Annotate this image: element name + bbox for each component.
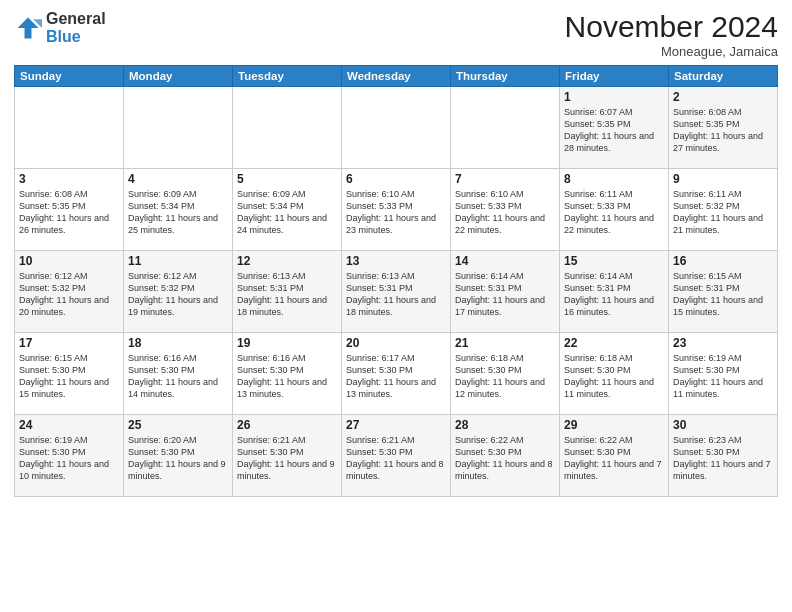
day-cell: 15Sunrise: 6:14 AMSunset: 5:31 PMDayligh… — [560, 251, 669, 333]
day-info: Sunrise: 6:19 AMSunset: 5:30 PMDaylight:… — [19, 435, 109, 481]
col-thursday: Thursday — [451, 66, 560, 87]
col-sunday: Sunday — [15, 66, 124, 87]
day-info: Sunrise: 6:09 AMSunset: 5:34 PMDaylight:… — [128, 189, 218, 235]
day-number: 16 — [673, 254, 773, 268]
day-info: Sunrise: 6:17 AMSunset: 5:30 PMDaylight:… — [346, 353, 436, 399]
day-number: 17 — [19, 336, 119, 350]
day-info: Sunrise: 6:08 AMSunset: 5:35 PMDaylight:… — [19, 189, 109, 235]
day-cell: 18Sunrise: 6:16 AMSunset: 5:30 PMDayligh… — [124, 333, 233, 415]
day-info: Sunrise: 6:21 AMSunset: 5:30 PMDaylight:… — [346, 435, 444, 481]
day-number: 19 — [237, 336, 337, 350]
logo: General Blue — [14, 10, 106, 45]
day-number: 18 — [128, 336, 228, 350]
day-number: 30 — [673, 418, 773, 432]
day-info: Sunrise: 6:22 AMSunset: 5:30 PMDaylight:… — [564, 435, 662, 481]
day-info: Sunrise: 6:16 AMSunset: 5:30 PMDaylight:… — [237, 353, 327, 399]
day-number: 14 — [455, 254, 555, 268]
day-number: 15 — [564, 254, 664, 268]
week-row-0: 1Sunrise: 6:07 AMSunset: 5:35 PMDaylight… — [15, 87, 778, 169]
day-number: 7 — [455, 172, 555, 186]
day-number: 1 — [564, 90, 664, 104]
day-info: Sunrise: 6:08 AMSunset: 5:35 PMDaylight:… — [673, 107, 763, 153]
logo-general-text: General — [46, 10, 106, 27]
day-cell: 10Sunrise: 6:12 AMSunset: 5:32 PMDayligh… — [15, 251, 124, 333]
day-info: Sunrise: 6:12 AMSunset: 5:32 PMDaylight:… — [19, 271, 109, 317]
day-number: 21 — [455, 336, 555, 350]
day-cell: 28Sunrise: 6:22 AMSunset: 5:30 PMDayligh… — [451, 415, 560, 497]
day-number: 10 — [19, 254, 119, 268]
day-number: 20 — [346, 336, 446, 350]
logo-icon — [14, 14, 42, 42]
day-number: 11 — [128, 254, 228, 268]
col-friday: Friday — [560, 66, 669, 87]
day-cell: 24Sunrise: 6:19 AMSunset: 5:30 PMDayligh… — [15, 415, 124, 497]
day-info: Sunrise: 6:22 AMSunset: 5:30 PMDaylight:… — [455, 435, 553, 481]
day-cell: 17Sunrise: 6:15 AMSunset: 5:30 PMDayligh… — [15, 333, 124, 415]
day-cell: 12Sunrise: 6:13 AMSunset: 5:31 PMDayligh… — [233, 251, 342, 333]
title-block: November 2024 Moneague, Jamaica — [565, 10, 778, 59]
day-cell: 3Sunrise: 6:08 AMSunset: 5:35 PMDaylight… — [15, 169, 124, 251]
day-number: 27 — [346, 418, 446, 432]
day-cell: 16Sunrise: 6:15 AMSunset: 5:31 PMDayligh… — [669, 251, 778, 333]
col-wednesday: Wednesday — [342, 66, 451, 87]
day-cell — [124, 87, 233, 169]
week-row-4: 24Sunrise: 6:19 AMSunset: 5:30 PMDayligh… — [15, 415, 778, 497]
day-cell: 2Sunrise: 6:08 AMSunset: 5:35 PMDaylight… — [669, 87, 778, 169]
col-tuesday: Tuesday — [233, 66, 342, 87]
day-number: 22 — [564, 336, 664, 350]
day-cell: 19Sunrise: 6:16 AMSunset: 5:30 PMDayligh… — [233, 333, 342, 415]
day-cell: 23Sunrise: 6:19 AMSunset: 5:30 PMDayligh… — [669, 333, 778, 415]
day-info: Sunrise: 6:11 AMSunset: 5:32 PMDaylight:… — [673, 189, 763, 235]
day-info: Sunrise: 6:09 AMSunset: 5:34 PMDaylight:… — [237, 189, 327, 235]
day-cell: 6Sunrise: 6:10 AMSunset: 5:33 PMDaylight… — [342, 169, 451, 251]
day-cell: 9Sunrise: 6:11 AMSunset: 5:32 PMDaylight… — [669, 169, 778, 251]
day-number: 4 — [128, 172, 228, 186]
location: Moneague, Jamaica — [565, 44, 778, 59]
day-number: 26 — [237, 418, 337, 432]
day-number: 23 — [673, 336, 773, 350]
day-cell: 14Sunrise: 6:14 AMSunset: 5:31 PMDayligh… — [451, 251, 560, 333]
day-number: 25 — [128, 418, 228, 432]
day-info: Sunrise: 6:12 AMSunset: 5:32 PMDaylight:… — [128, 271, 218, 317]
day-number: 3 — [19, 172, 119, 186]
day-cell: 21Sunrise: 6:18 AMSunset: 5:30 PMDayligh… — [451, 333, 560, 415]
day-cell: 26Sunrise: 6:21 AMSunset: 5:30 PMDayligh… — [233, 415, 342, 497]
day-number: 24 — [19, 418, 119, 432]
day-info: Sunrise: 6:11 AMSunset: 5:33 PMDaylight:… — [564, 189, 654, 235]
day-info: Sunrise: 6:15 AMSunset: 5:31 PMDaylight:… — [673, 271, 763, 317]
day-cell: 27Sunrise: 6:21 AMSunset: 5:30 PMDayligh… — [342, 415, 451, 497]
day-info: Sunrise: 6:18 AMSunset: 5:30 PMDaylight:… — [455, 353, 545, 399]
day-cell: 22Sunrise: 6:18 AMSunset: 5:30 PMDayligh… — [560, 333, 669, 415]
day-info: Sunrise: 6:14 AMSunset: 5:31 PMDaylight:… — [455, 271, 545, 317]
day-number: 13 — [346, 254, 446, 268]
day-cell: 8Sunrise: 6:11 AMSunset: 5:33 PMDaylight… — [560, 169, 669, 251]
day-cell: 25Sunrise: 6:20 AMSunset: 5:30 PMDayligh… — [124, 415, 233, 497]
day-cell: 29Sunrise: 6:22 AMSunset: 5:30 PMDayligh… — [560, 415, 669, 497]
day-cell: 13Sunrise: 6:13 AMSunset: 5:31 PMDayligh… — [342, 251, 451, 333]
day-cell — [233, 87, 342, 169]
page: General Blue November 2024 Moneague, Jam… — [0, 0, 792, 612]
day-number: 6 — [346, 172, 446, 186]
header: General Blue November 2024 Moneague, Jam… — [14, 10, 778, 59]
day-number: 2 — [673, 90, 773, 104]
week-row-1: 3Sunrise: 6:08 AMSunset: 5:35 PMDaylight… — [15, 169, 778, 251]
col-monday: Monday — [124, 66, 233, 87]
day-cell — [15, 87, 124, 169]
day-info: Sunrise: 6:15 AMSunset: 5:30 PMDaylight:… — [19, 353, 109, 399]
day-number: 9 — [673, 172, 773, 186]
day-cell: 30Sunrise: 6:23 AMSunset: 5:30 PMDayligh… — [669, 415, 778, 497]
day-cell: 4Sunrise: 6:09 AMSunset: 5:34 PMDaylight… — [124, 169, 233, 251]
month-title: November 2024 — [565, 10, 778, 44]
day-number: 8 — [564, 172, 664, 186]
logo-blue-text: Blue — [46, 28, 81, 45]
day-cell: 11Sunrise: 6:12 AMSunset: 5:32 PMDayligh… — [124, 251, 233, 333]
header-row: Sunday Monday Tuesday Wednesday Thursday… — [15, 66, 778, 87]
day-info: Sunrise: 6:13 AMSunset: 5:31 PMDaylight:… — [237, 271, 327, 317]
day-info: Sunrise: 6:18 AMSunset: 5:30 PMDaylight:… — [564, 353, 654, 399]
col-saturday: Saturday — [669, 66, 778, 87]
day-cell: 20Sunrise: 6:17 AMSunset: 5:30 PMDayligh… — [342, 333, 451, 415]
day-info: Sunrise: 6:21 AMSunset: 5:30 PMDaylight:… — [237, 435, 335, 481]
week-row-3: 17Sunrise: 6:15 AMSunset: 5:30 PMDayligh… — [15, 333, 778, 415]
day-info: Sunrise: 6:20 AMSunset: 5:30 PMDaylight:… — [128, 435, 226, 481]
day-cell: 1Sunrise: 6:07 AMSunset: 5:35 PMDaylight… — [560, 87, 669, 169]
